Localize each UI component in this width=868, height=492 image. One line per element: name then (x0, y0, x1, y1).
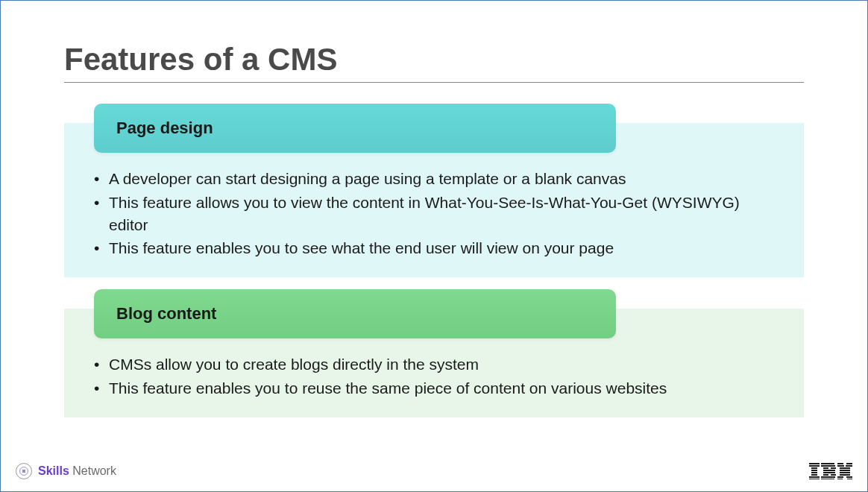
svg-rect-7 (809, 479, 820, 479)
slide: Features of a CMS Page design A develope… (1, 1, 867, 491)
skills-network-icon (16, 463, 32, 479)
svg-rect-24 (840, 470, 850, 471)
svg-rect-33 (844, 474, 846, 476)
list-item: This feature allows you to view the cont… (94, 192, 781, 236)
svg-rect-10 (823, 467, 828, 469)
svg-rect-31 (847, 479, 852, 479)
svg-rect-11 (831, 467, 836, 469)
section-blog-content: Blog content CMSs allow you to create bl… (64, 289, 804, 417)
svg-rect-18 (837, 463, 843, 464)
svg-rect-23 (845, 467, 850, 469)
svg-rect-17 (821, 479, 834, 479)
skills-label-light: Network (69, 464, 116, 477)
list-item: CMSs allow you to create blogs directly … (94, 353, 781, 376)
svg-rect-30 (837, 479, 843, 479)
svg-rect-13 (823, 472, 835, 473)
svg-rect-20 (837, 465, 844, 467)
skills-label-bold: Skills (38, 464, 69, 477)
svg-rect-22 (840, 467, 845, 469)
svg-rect-0 (809, 463, 820, 464)
svg-rect-3 (811, 470, 817, 471)
svg-rect-9 (821, 465, 835, 467)
title-divider (64, 82, 804, 83)
svg-rect-25 (840, 472, 850, 473)
svg-rect-14 (823, 474, 828, 476)
slide-title: Features of a CMS (64, 42, 804, 78)
svg-rect-21 (846, 465, 852, 467)
ibm-logo (809, 463, 852, 479)
svg-rect-19 (846, 463, 852, 464)
list-item: A developer can start designing a page u… (94, 168, 781, 190)
svg-rect-29 (846, 476, 852, 478)
svg-rect-16 (821, 476, 835, 478)
svg-rect-27 (846, 474, 850, 476)
svg-rect-15 (831, 474, 836, 476)
svg-rect-28 (837, 476, 843, 478)
svg-rect-5 (811, 474, 817, 476)
svg-rect-12 (823, 470, 835, 471)
svg-rect-1 (809, 465, 820, 467)
section-page-design: Page design A developer can start design… (64, 104, 804, 277)
section-header-blog-content: Blog content (94, 289, 616, 338)
slide-footer: Skills Network (16, 463, 852, 479)
svg-rect-6 (809, 476, 820, 478)
svg-rect-4 (811, 472, 817, 473)
svg-rect-2 (811, 467, 817, 469)
bullet-list-page-design: A developer can start designing a page u… (87, 168, 781, 259)
skills-network-text: Skills Network (38, 464, 116, 478)
svg-rect-32 (844, 467, 846, 469)
svg-rect-8 (821, 463, 834, 464)
svg-rect-26 (840, 474, 844, 476)
list-item: This feature enables you to reuse the sa… (94, 377, 781, 400)
section-header-page-design: Page design (94, 104, 616, 153)
bullet-list-blog-content: CMSs allow you to create blogs directly … (87, 353, 781, 400)
list-item: This feature enables you to see what the… (94, 237, 781, 259)
skills-network-badge: Skills Network (16, 463, 116, 479)
